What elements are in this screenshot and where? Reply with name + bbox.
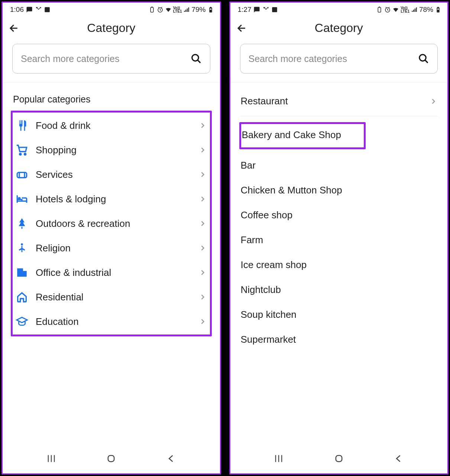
subcategory-label: Farm <box>241 234 263 245</box>
chevron-right-icon <box>199 171 206 178</box>
subcategory-item[interactable]: Nightclub <box>240 277 438 302</box>
battery-icon <box>435 6 441 13</box>
svg-rect-12 <box>17 172 27 177</box>
recents-button[interactable] <box>46 453 56 464</box>
subcategory-item[interactable]: Farm <box>240 228 438 252</box>
subcategory-item[interactable]: Ice cream shop <box>240 252 438 277</box>
svg-point-11 <box>24 153 26 155</box>
recents-button[interactable] <box>273 453 284 464</box>
status-bar: 1:27 Vo))LTE1 78% <box>230 3 448 14</box>
battery-text: 78% <box>419 6 433 14</box>
svg-rect-1 <box>150 7 153 12</box>
app-bar: Category <box>3 14 220 44</box>
parent-category-row[interactable]: Restaurant <box>240 83 438 116</box>
image-icon <box>271 6 278 13</box>
subcategory-label: Soup kitchen <box>241 309 297 320</box>
chat-bubble-icon <box>253 6 260 13</box>
religion-icon <box>16 242 28 254</box>
svg-point-8 <box>192 55 198 61</box>
wifi-icon <box>392 6 399 13</box>
back-nav-button[interactable] <box>166 453 177 464</box>
wifi-icon <box>165 6 172 13</box>
svg-rect-0 <box>45 7 50 12</box>
search-icon <box>191 53 202 64</box>
category-food-drink[interactable]: Food & drink <box>13 113 210 138</box>
subcategory-label: Ice cream shop <box>241 259 307 270</box>
chevron-right-icon <box>199 122 206 129</box>
chevron-right-icon <box>199 146 206 154</box>
residential-icon <box>16 291 28 303</box>
svg-rect-20 <box>378 7 381 12</box>
phone-missed-icon <box>262 6 269 13</box>
category-label: Residential <box>36 291 199 303</box>
category-label: Services <box>36 169 199 180</box>
search-input[interactable] <box>249 53 418 64</box>
battery-saver-icon <box>376 6 383 13</box>
battery-icon <box>207 6 214 13</box>
subcategory-item[interactable]: Supermarket <box>240 327 438 352</box>
subcategory-label: Chicken & Mutton Shop <box>241 185 342 196</box>
page-title: Category <box>8 21 215 35</box>
svg-rect-25 <box>437 10 439 12</box>
volte-icon: Vo))LTE1 <box>401 6 409 13</box>
home-button[interactable] <box>106 453 116 464</box>
category-services[interactable]: Services <box>13 162 210 187</box>
food-drink-icon <box>16 119 28 132</box>
volte-icon: Vo))LTE1 <box>173 6 182 13</box>
clock-text: 1:06 <box>10 6 24 14</box>
subcategory-item[interactable]: Coffee shop <box>240 203 438 228</box>
svg-line-9 <box>197 60 200 63</box>
chevron-right-icon <box>199 269 206 276</box>
svg-line-28 <box>425 60 428 63</box>
subcategory-label: Nightclub <box>241 284 281 295</box>
home-button[interactable] <box>334 453 344 464</box>
subcategory-highlight[interactable]: Bakery and Cake Shop <box>239 122 366 149</box>
category-label: Shopping <box>36 144 199 156</box>
search-box[interactable] <box>240 44 438 74</box>
search-input[interactable] <box>21 53 191 64</box>
chevron-right-icon <box>199 195 206 203</box>
subcategory-item[interactable]: Soup kitchen <box>240 302 438 327</box>
subcategory-item[interactable]: Bar <box>240 153 438 178</box>
phone-right: 1:27 Vo))LTE1 78% <box>229 1 449 475</box>
svg-rect-26 <box>438 7 439 8</box>
svg-rect-32 <box>336 456 342 462</box>
alarm-icon <box>157 6 164 13</box>
category-label: Hotels & lodging <box>36 193 199 205</box>
search-box[interactable] <box>12 44 210 74</box>
subcategory-item[interactable]: Chicken & Mutton Shop <box>240 178 438 203</box>
services-icon <box>16 168 28 181</box>
category-outdoors[interactable]: Outdoors & recreation <box>13 211 210 236</box>
subcategory-label: Bakery and Cake Shop <box>242 129 341 140</box>
category-hotels[interactable]: Hotels & lodging <box>13 187 210 211</box>
parent-category-label: Restaurant <box>241 95 430 107</box>
category-residential[interactable]: Residential <box>13 285 210 309</box>
category-education[interactable]: Education <box>13 309 210 334</box>
nav-bar <box>3 447 220 473</box>
category-religion[interactable]: Religion <box>13 236 210 260</box>
education-icon <box>16 315 28 328</box>
subcategory-label: Bar <box>241 160 256 171</box>
outdoors-icon <box>16 217 28 230</box>
category-shopping[interactable]: Shopping <box>13 138 210 162</box>
page-title: Category <box>236 21 443 35</box>
phone-left: 1:06 Vo))LTE1 79% <box>1 1 221 475</box>
back-nav-button[interactable] <box>394 453 404 464</box>
chevron-right-icon <box>199 293 206 301</box>
nav-bar <box>230 447 448 473</box>
svg-point-27 <box>420 55 426 61</box>
clock-text: 1:27 <box>238 6 252 14</box>
chat-bubble-icon <box>26 6 33 13</box>
svg-rect-19 <box>272 7 278 12</box>
subcategory-label: Coffee shop <box>241 209 293 221</box>
app-bar: Category <box>230 14 448 44</box>
svg-rect-6 <box>210 10 211 12</box>
category-label: Office & industrial <box>36 267 199 278</box>
category-office[interactable]: Office & industrial <box>13 260 210 285</box>
alarm-icon <box>384 6 391 13</box>
chevron-right-icon <box>430 98 437 105</box>
signal-icon <box>411 6 418 13</box>
category-label: Food & drink <box>36 120 199 131</box>
svg-point-14 <box>21 243 23 245</box>
subcategory-label: Supermarket <box>241 334 296 345</box>
